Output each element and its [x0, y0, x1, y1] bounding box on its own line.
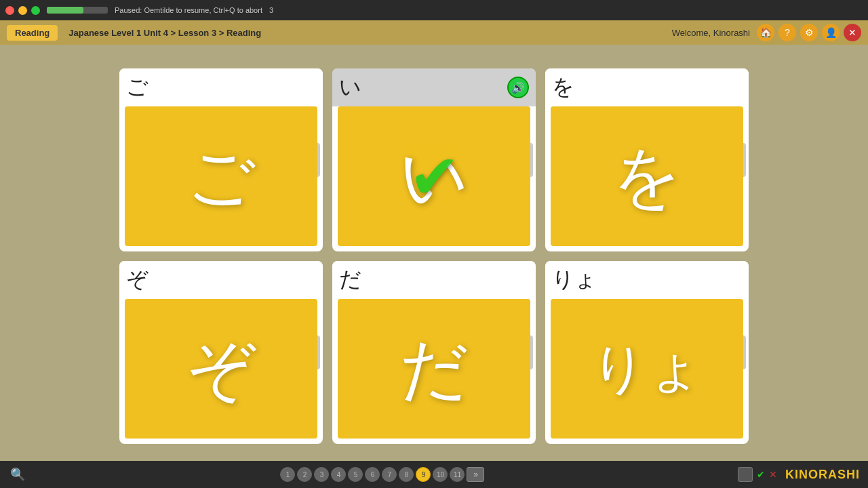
pause-label: Paused: Oemtilde to resume, Ctrl+Q to ab…: [115, 6, 262, 14]
main-content: ご › ご い 🔊 › い ✔ を: [0, 45, 868, 461]
maximize-traffic-light[interactable]: [31, 6, 40, 15]
speaker-icon[interactable]: 🔊: [507, 77, 529, 98]
reading-tab[interactable]: Reading: [7, 25, 58, 41]
help-button[interactable]: ?: [778, 24, 796, 41]
card-wo: を › を: [545, 68, 749, 251]
page-3[interactable]: 3: [314, 467, 329, 482]
card-go-image[interactable]: ご: [125, 106, 317, 246]
bottom-bar: 🔍 1 2 3 4 5 6 7 8 9 10 11 » ✔ ✕ KINORASH…: [0, 461, 868, 488]
page-10[interactable]: 10: [433, 467, 448, 482]
card-ryo-kana: りょ: [591, 342, 703, 396]
checkmark-icon: ✔: [409, 141, 460, 212]
brand-text: KINORASHI: [785, 468, 860, 482]
welcome-text: Welcome, Kinorashi: [672, 28, 750, 38]
view-toggle[interactable]: [738, 467, 753, 482]
card-ryo-label: りょ: [552, 265, 597, 295]
card-zo: ぞ › ぞ: [119, 261, 323, 444]
page-5[interactable]: 5: [348, 467, 363, 482]
home-button[interactable]: 🏠: [757, 24, 774, 41]
card-ryo: りょ › りょ: [545, 261, 749, 444]
card-wo-kana: を: [612, 142, 682, 210]
card-i-label: い: [339, 73, 361, 102]
card-da-label: だ: [339, 265, 361, 295]
check-bottom-icon[interactable]: ✔: [757, 469, 765, 480]
card-da-image[interactable]: だ: [338, 299, 530, 439]
page-8[interactable]: 8: [399, 467, 414, 482]
pagination: 1 2 3 4 5 6 7 8 9 10 11 »: [280, 467, 484, 482]
page-4[interactable]: 4: [331, 467, 346, 482]
card-wo-label: を: [552, 73, 574, 102]
card-go-header: ご: [119, 68, 323, 106]
card-wo-image[interactable]: を: [551, 106, 743, 246]
card-zo-image[interactable]: ぞ: [125, 299, 317, 439]
card-i: い 🔊 › い ✔: [332, 68, 536, 251]
card-ryo-image[interactable]: りょ: [551, 299, 743, 439]
card-da: だ › だ: [332, 261, 536, 444]
card-zo-kana: ぞ: [186, 335, 256, 403]
page-11[interactable]: 11: [450, 467, 465, 482]
settings-button[interactable]: ⚙: [800, 24, 818, 41]
card-i-image[interactable]: い ✔: [338, 106, 530, 246]
card-i-header: い 🔊: [332, 68, 536, 106]
close-button[interactable]: ✕: [844, 24, 861, 41]
title-bar: Paused: Oemtilde to resume, Ctrl+Q to ab…: [0, 0, 868, 20]
card-go-label: ご: [126, 73, 149, 102]
breadcrumb-left: Reading Japanese Level 1 Unit 4 > Lesson…: [7, 25, 261, 41]
page-next-button[interactable]: »: [467, 467, 484, 482]
card-ryo-header: りょ: [545, 261, 749, 299]
card-go: ご › ご: [119, 68, 323, 251]
card-zo-label: ぞ: [126, 265, 149, 295]
page-6[interactable]: 6: [365, 467, 380, 482]
progress-bar-fill: [47, 7, 83, 14]
card-zo-header: ぞ: [119, 261, 323, 299]
user-button[interactable]: 👤: [822, 24, 840, 41]
page-7[interactable]: 7: [382, 467, 397, 482]
page-1[interactable]: 1: [280, 467, 295, 482]
progress-bar-container: [47, 7, 108, 14]
card-da-kana: だ: [399, 335, 469, 403]
close-bottom-icon[interactable]: ✕: [769, 469, 777, 480]
check-overlay: ✔: [338, 106, 530, 246]
search-button[interactable]: 🔍: [8, 465, 27, 484]
card-grid: ご › ご い 🔊 › い ✔ を: [119, 68, 749, 444]
window-number: 3: [269, 6, 273, 14]
card-go-kana: ご: [186, 142, 256, 210]
page-2[interactable]: 2: [297, 467, 312, 482]
breadcrumb: Japanese Level 1 Unit 4 > Lesson 3 > Rea…: [68, 28, 261, 38]
page-9[interactable]: 9: [416, 467, 431, 482]
card-wo-header: を: [545, 68, 749, 106]
navigation-bar: Reading Japanese Level 1 Unit 4 > Lesson…: [0, 20, 868, 45]
brand-logo: KINORASHI: [785, 468, 860, 482]
minimize-traffic-light[interactable]: [18, 6, 27, 15]
card-da-header: だ: [332, 261, 536, 299]
nav-icons: 🏠 ? ⚙ 👤 ✕: [757, 24, 861, 41]
close-traffic-light[interactable]: [5, 6, 14, 15]
